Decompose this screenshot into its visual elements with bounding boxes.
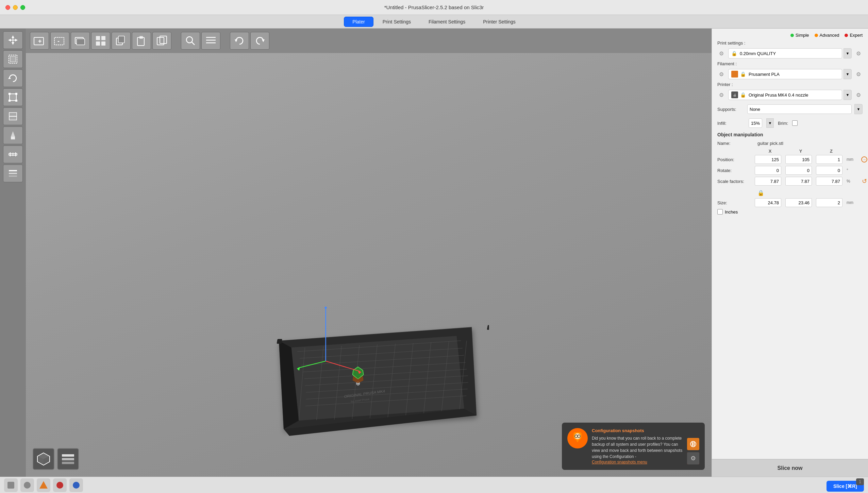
instance-button[interactable] [152,32,171,50]
dock-item-3[interactable] [37,478,50,492]
manip-header-y: Y [785,149,816,154]
print-settings-gear-icon[interactable]: ⚙ [717,49,725,57]
printer-edit-icon[interactable]: ⚙ [854,91,863,99]
close-button[interactable] [5,5,10,10]
printer-select[interactable]: 🖨 🔒 Original Prusa MK4 0.4 nozzle [728,90,842,100]
filament-dropdown-arrow[interactable]: ▼ [844,69,852,79]
supports-dropdown-arrow[interactable]: ▼ [854,104,863,114]
notification-action-button[interactable] [687,438,699,450]
size-row: Size: mm [717,198,863,207]
scale-z-input[interactable] [816,177,842,186]
undo-button[interactable] [230,32,249,50]
position-row: Position: mm → [717,155,863,164]
rotate-z-input[interactable] [816,166,842,175]
inches-checkbox[interactable] [717,209,723,215]
tab-print-settings[interactable]: Print Settings [374,17,419,27]
filament-edit-icon[interactable]: ⚙ [854,70,863,78]
tab-printer-settings[interactable]: Printer Settings [474,17,524,27]
svg-rect-103 [73,482,80,489]
scale-lock-icon[interactable]: 🔒 [757,190,764,196]
sidebar-tools [0,29,26,477]
settings-form: Print settings : ⚙ 🔒 0.20mm QUALITY ▼ ⚙ … [712,40,868,128]
rotate-x-input[interactable] [755,166,781,175]
dock-item-5[interactable] [69,478,83,492]
printer-icon: 🖨 [731,91,738,98]
notification-content: Configuration snapshots Did you know tha… [592,428,683,464]
position-z-input[interactable] [816,155,842,164]
main-area: + - [0,29,868,477]
slice-now-button[interactable]: Slice now [712,459,868,477]
printer-gear-icon[interactable]: ⚙ [717,91,725,99]
svg-marker-101 [39,481,48,489]
delete-all-button[interactable] [71,32,90,50]
notification-link[interactable]: Configuration snapshots menu [592,460,683,464]
svg-marker-42 [262,39,265,42]
maximize-button[interactable] [20,5,25,10]
add-object-button[interactable]: + [30,32,49,50]
copy-button[interactable] [112,32,131,50]
rotate-label: Rotate: [717,168,755,173]
rotate-row: Rotate: ° [717,166,863,175]
redo-button[interactable] [250,32,269,50]
scale-x-input[interactable] [755,177,781,186]
tab-plater[interactable]: Plater [344,17,373,27]
position-y-input[interactable] [785,155,812,164]
print-settings-row: Print settings : [717,40,863,46]
printer-dropdown-arrow[interactable]: ▼ [844,90,852,100]
tool-rotate[interactable] [3,69,23,87]
dock-item-2[interactable] [20,478,34,492]
svg-rect-18 [9,173,17,174]
arrange-button[interactable] [91,32,110,50]
dock-item-1[interactable] [4,478,18,492]
size-y-input[interactable] [785,198,812,207]
scale-y-input[interactable] [785,177,812,186]
infill-dropdown-arrow[interactable]: ▼ [766,118,774,128]
filament-select-row: ⚙ 🔒 Prusament PLA ▼ ⚙ [717,69,863,79]
tool-select[interactable] [3,50,23,68]
brim-checkbox[interactable] [792,120,798,126]
notification-settings-button[interactable]: ⚙ [687,452,699,464]
tab-filament-settings[interactable]: Filament Settings [420,17,474,27]
dock-item-4[interactable] [53,478,67,492]
tool-support[interactable] [3,126,23,144]
filament-select[interactable]: 🔒 Prusament PLA [728,69,842,79]
svg-rect-5 [9,93,11,95]
search-button[interactable] [181,32,200,50]
layers-view-button[interactable] [57,448,79,470]
tool-cut[interactable] [3,107,23,125]
mode-simple-button[interactable]: Simple [790,33,809,38]
layers-button[interactable] [201,32,220,50]
svg-rect-6 [15,93,17,95]
minimize-button[interactable] [13,5,18,10]
rotate-y-input[interactable] [785,166,812,175]
svg-rect-29 [101,41,105,46]
3d-view-button[interactable] [33,448,54,470]
filament-gear-icon[interactable]: ⚙ [717,70,725,78]
svg-marker-0 [8,35,18,45]
tool-move[interactable] [3,31,23,49]
tool-measure[interactable] [3,146,23,163]
viewport-3d[interactable]: ORIGINAL PRUSA MK4 by Josef Prusa [26,53,712,477]
simple-mode-dot [790,34,794,37]
delete-selected-button[interactable]: - [50,32,69,50]
print-settings-edit-icon[interactable]: ⚙ [854,49,863,57]
position-x-input[interactable] [755,155,781,164]
mode-expert-button[interactable]: Expert [845,33,863,38]
svg-rect-11 [11,137,15,139]
tool-layer-range[interactable] [3,165,23,182]
viewport[interactable]: + - [26,29,712,477]
position-action-icon[interactable]: → [860,155,868,164]
mode-advanced-button[interactable]: Advanced [815,33,839,38]
tool-scale[interactable] [3,88,23,106]
supports-select[interactable]: None [747,104,852,114]
print-settings-select[interactable]: 🔒 0.20mm QUALITY [728,48,842,58]
object-name-value: guitar pick.stl [757,141,783,146]
infill-select[interactable]: 15% [749,118,762,128]
size-x-input[interactable] [755,198,781,207]
scale-reset-icon[interactable]: ↺ [860,177,868,185]
size-z-input[interactable] [816,198,842,207]
svg-rect-95 [692,442,693,446]
print-settings-dropdown-arrow[interactable]: ▼ [844,48,852,58]
traffic-lights[interactable] [5,5,25,10]
paste-button[interactable] [132,32,151,50]
